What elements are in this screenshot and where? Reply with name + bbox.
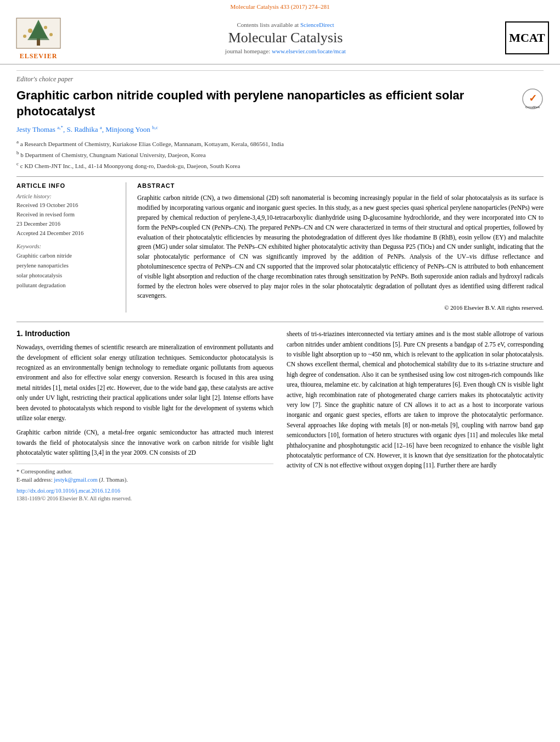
received-date: Received 19 October 2016 xyxy=(16,201,117,210)
page: Molecular Catalysis 433 (2017) 274–281 xyxy=(0,0,560,742)
keywords-section: Keywords: Graphitic carbon nitride peryl… xyxy=(16,243,117,290)
journal-citation: Molecular Catalysis 433 (2017) 274–281 xyxy=(11,3,549,10)
intro-para2: Graphitic carbon nitride (CN), a metal-f… xyxy=(16,427,273,458)
keyword-1: Graphitic carbon nitride xyxy=(16,251,117,261)
right-para1: sheets of tri-s-triazines interconnected… xyxy=(287,329,544,470)
sciencedirect-link[interactable]: ScienceDirect xyxy=(300,21,334,28)
journal-badge: MCAT xyxy=(505,21,549,54)
authors: Jesty Thomas a,*, S. Radhika a, Minjoong… xyxy=(16,125,544,134)
doi-link[interactable]: http://dx.doi.org/10.1016/j.mcat.2016.12… xyxy=(16,488,273,494)
elsevier-logo: ELSEVIER xyxy=(11,15,66,60)
journal-name: Molecular Catalysis xyxy=(66,30,505,46)
body-divider xyxy=(16,321,544,322)
left-body-col: 1. Introduction Nowadays, overriding the… xyxy=(16,329,273,501)
abstract-text: Graphitic carbon nitride (CN), a two dim… xyxy=(137,193,544,313)
revised-date: Received in revised formReceived in revi… xyxy=(16,210,117,229)
footnote-section: * Corresponding author. E-mail address: … xyxy=(16,464,273,502)
svg-point-5 xyxy=(44,26,47,29)
journal-title-area: Contents lists available at ScienceDirec… xyxy=(66,21,505,54)
header-inner: ELSEVIER Contents lists available at Sci… xyxy=(11,12,549,64)
abstract-heading: ABSTRACT xyxy=(137,182,544,189)
contents-link: Contents lists available at ScienceDirec… xyxy=(66,21,505,28)
copyright-notice: © 2016 Elsevier B.V. All rights reserved… xyxy=(137,303,544,313)
article-info-heading: ARTICLE INFO xyxy=(16,182,117,189)
info-abstract-section: ARTICLE INFO Article history: Received 1… xyxy=(16,176,544,313)
keyword-4: pollutant degradation xyxy=(16,281,117,291)
article-title-row: Graphitic carbon nitride coupled with pe… xyxy=(16,88,544,119)
svg-point-6 xyxy=(23,35,26,38)
keywords-label: Keywords: xyxy=(16,243,117,249)
right-body-col: sheets of tri-s-triazines interconnected… xyxy=(287,329,544,501)
accepted-date: Accepted 24 December 2016 xyxy=(16,229,117,238)
email-note: E-mail address: jestyk@gmail.com (J. Tho… xyxy=(16,476,273,484)
svg-point-4 xyxy=(28,29,32,33)
abstract-col: ABSTRACT Graphitic carbon nitride (CN), … xyxy=(137,182,544,313)
keyword-2: perylene nanoparticles xyxy=(16,261,117,271)
intro-para1: Nowadays, overriding themes of scientifi… xyxy=(16,342,273,423)
affiliations: a a Research Department of Chemistry, Ku… xyxy=(16,138,544,171)
affiliation-c: c c KD Chem-JNT Inc., Ltd., 41-14 Moonpy… xyxy=(16,160,544,171)
elsevier-brand: ELSEVIER xyxy=(20,52,58,60)
corresponding-note: * Corresponding author. xyxy=(16,467,273,476)
body-two-col: 1. Introduction Nowadays, overriding the… xyxy=(16,329,544,501)
affiliation-b: b b Department of Chemistry, Chungnam Na… xyxy=(16,149,544,160)
journal-header: Molecular Catalysis 433 (2017) 274–281 xyxy=(0,0,560,65)
editor-choice-label: Editor's choice paper xyxy=(16,70,544,83)
author-email-link[interactable]: jestyk@gmail.com xyxy=(54,477,97,483)
svg-text:✓: ✓ xyxy=(529,93,537,104)
crossmark-icon: ✓ CrossMark xyxy=(522,88,544,110)
keyword-3: solar photocatalysis xyxy=(16,271,117,281)
journal-homepage: journal homepage: www.elsevier.com/locat… xyxy=(66,48,505,54)
main-content: Editor's choice paper Graphitic carbon n… xyxy=(0,65,560,507)
article-info-col: ARTICLE INFO Article history: Received 1… xyxy=(16,182,126,313)
article-history: Article history: Received 19 October 201… xyxy=(16,193,117,238)
journal-homepage-link[interactable]: www.elsevier.com/locate/mcat xyxy=(272,48,346,54)
rights-notice: 1381-1169/© 2016 Elsevier B.V. All right… xyxy=(16,495,273,501)
elsevier-tree-icon xyxy=(14,15,63,51)
affiliation-a: a a Research Department of Chemistry, Ku… xyxy=(16,138,544,149)
svg-text:CrossMark: CrossMark xyxy=(525,105,540,109)
svg-point-7 xyxy=(49,33,53,36)
keyword-list: Graphitic carbon nitride perylene nanopa… xyxy=(16,251,117,290)
article-title: Graphitic carbon nitride coupled with pe… xyxy=(16,88,516,119)
history-label: Article history: xyxy=(16,193,117,199)
intro-heading: 1. Introduction xyxy=(16,329,273,338)
